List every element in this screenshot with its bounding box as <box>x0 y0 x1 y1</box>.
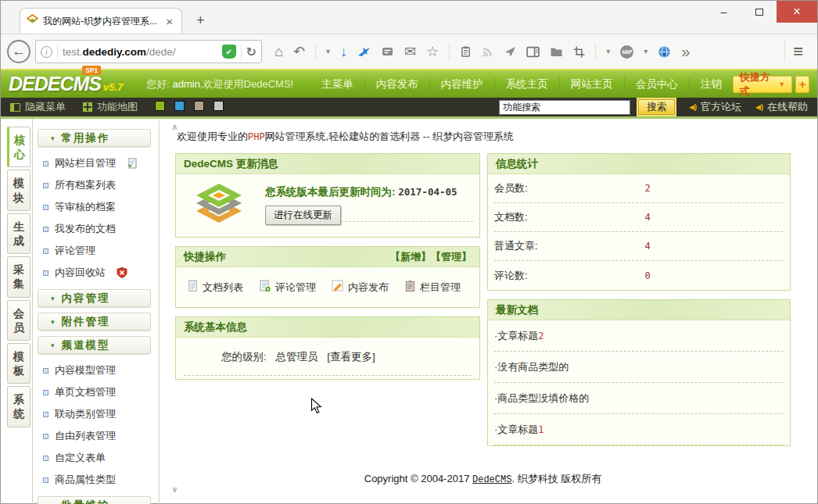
sidebar-item-product-attribute-type[interactable]: 商品属性类型 <box>38 469 151 491</box>
sidebar-item-single-page-manage[interactable]: 单页文档管理 <box>38 381 151 403</box>
undo-dropdown-icon[interactable]: ▾ <box>326 48 330 55</box>
quick-add-manage-links[interactable]: 【新增】【管理】 <box>390 250 472 264</box>
official-forum-link[interactable]: ◀)官方论坛 <box>689 100 741 114</box>
sidebar-item-custom-form[interactable]: 自定义表单 <box>38 447 151 469</box>
doc-link[interactable]: ·文章标题2 <box>494 320 784 352</box>
bird-extension-icon[interactable] <box>357 46 371 58</box>
undo-button[interactable]: ↶ <box>293 45 305 59</box>
dedecms-link[interactable]: DedeCMS <box>472 474 511 485</box>
sidebar-panel-icon[interactable] <box>526 46 540 58</box>
hide-menu-button[interactable]: 隐藏菜单 <box>10 100 66 114</box>
mail-button[interactable]: ✉ <box>404 45 416 59</box>
section-batch-maintain[interactable]: ▾批量维护 <box>38 496 151 504</box>
send-plane-icon[interactable] <box>504 45 516 58</box>
sidebar-item-content-model-manage[interactable]: 内容模型管理 <box>38 359 151 381</box>
search-button[interactable]: 搜索 <box>638 99 675 115</box>
maximize-button[interactable] <box>741 1 777 23</box>
doc-link[interactable]: ·没有商品类型的 <box>494 352 784 383</box>
nav-system-home[interactable]: 系统主页 <box>495 77 560 91</box>
back-button[interactable]: ← <box>7 40 30 63</box>
minimize-button[interactable]: – <box>706 1 741 23</box>
sidebar-item-all-archives[interactable]: 所有档案列表 <box>38 174 151 196</box>
sidebar-item-site-column-manage[interactable]: 网站栏目管理 <box>38 152 151 174</box>
clipboard-list-icon[interactable] <box>460 45 472 58</box>
section-common-operations[interactable]: ▾常用操作 <box>38 129 151 147</box>
folder-icon[interactable] <box>550 46 563 57</box>
sidebar-item-free-list-manage[interactable]: 自由列表管理 <box>38 425 151 447</box>
nav-member-center[interactable]: 会员中心 <box>625 77 690 91</box>
nav-logout[interactable]: 注销 <box>690 77 733 91</box>
doc-link[interactable]: ·商品类型没填价格的 <box>494 383 784 414</box>
tab-templates[interactable]: 模板 <box>7 343 30 384</box>
function-map-button[interactable]: 功能地图 <box>83 100 138 114</box>
download-button[interactable]: ↓ <box>340 45 347 59</box>
sidebar-item-recycle-bin[interactable]: 内容回收站 <box>38 262 151 284</box>
quick-content-publish[interactable]: 内容发布 <box>332 280 389 295</box>
shortcut-button[interactable]: 快捷方式▼ <box>733 76 793 93</box>
extension-box-icon[interactable] <box>381 45 394 58</box>
stat-value: 0 <box>644 270 650 281</box>
quick-document-list[interactable]: 文档列表 <box>187 280 243 295</box>
crop-dropdown-icon[interactable]: ▾ <box>606 48 610 55</box>
function-search-input[interactable] <box>499 100 630 115</box>
adblock-shield-icon[interactable]: ✔ <box>222 45 236 59</box>
update-message: 您系统版本最后更新时间为: 2017-04-05 <box>265 185 473 199</box>
cms-subbar: 隐藏菜单 功能地图 搜索 ◀)官方论坛 ◀)在线帮助 <box>1 98 817 119</box>
reload-button[interactable]: ↻ <box>246 45 257 59</box>
section-channel-models[interactable]: ▾频道模型 <box>38 336 151 354</box>
sidebar-item-my-documents[interactable]: 我发布的文档 <box>38 218 151 240</box>
section-content-manage[interactable]: ▾内容管理 <box>38 289 151 307</box>
section-attachment-manage[interactable]: ▾附件管理 <box>38 313 151 331</box>
online-update-button[interactable]: 进行在线更新 <box>265 206 341 225</box>
new-tab-button[interactable]: + <box>190 13 211 29</box>
panel-title: 快捷操作 <box>184 250 226 264</box>
overflow-more-icon[interactable]: » <box>681 44 690 59</box>
divider <box>315 43 316 60</box>
online-help-link[interactable]: ◀)在线帮助 <box>755 100 808 114</box>
tab-generate[interactable]: 生成 <box>7 213 30 254</box>
adblock-plus-icon[interactable]: ABP <box>620 45 633 59</box>
sidebar-item-linkage-category-manage[interactable]: 联动类别管理 <box>38 403 151 425</box>
pencil-icon <box>332 280 344 295</box>
collapse-arrow-icon: ▾ <box>51 318 55 326</box>
home-button[interactable]: ⌂ <box>274 45 283 59</box>
screenshot-crop-icon[interactable] <box>573 46 585 58</box>
sidebar-item-comment-manage[interactable]: 评论管理 <box>38 240 151 262</box>
theme-swatch-gray[interactable] <box>213 100 227 114</box>
site-info-icon[interactable]: i <box>41 46 52 58</box>
tab-modules[interactable]: 模块 <box>7 170 30 210</box>
nav-content-maintain[interactable]: 内容维护 <box>430 77 495 91</box>
tab-members[interactable]: 会员 <box>7 300 30 341</box>
url-text[interactable]: test.dedediy.com/dede/ <box>63 46 217 58</box>
doc-link[interactable]: ·文章标题1 <box>494 414 784 445</box>
scroll-down-icon[interactable]: ∨ <box>171 484 178 495</box>
quick-column-manage[interactable]: 栏目管理 <box>404 280 461 295</box>
hamburger-menu-button[interactable]: ≡ <box>784 41 811 62</box>
view-more-link[interactable]: [查看更多] <box>327 351 375 363</box>
bookmark-star-iconon[interactable]: ☆ <box>426 45 439 59</box>
statistics-list: 会员数:2 文档数:4 普通文章:4 评论数:0 <box>488 174 790 290</box>
globe-proxy-icon[interactable] <box>658 45 671 59</box>
nav-main-menu[interactable]: 主菜单 <box>310 77 365 91</box>
tab-collect[interactable]: 采集 <box>7 256 30 297</box>
titlebar: 我的网站-织梦内容管理系... × + – × <box>1 1 817 34</box>
main-content: 欢迎使用专业的PHP网站管理系统,轻松建站的首选利器 -- 织梦内容管理系统 D… <box>167 119 817 502</box>
nav-site-home[interactable]: 网站主页 <box>560 77 625 91</box>
address-bar[interactable]: i test.dedediy.com/dede/ ✔ ↻ <box>35 40 262 63</box>
tab-system[interactable]: 系统 <box>7 386 30 427</box>
tab-core[interactable]: 核心 <box>7 127 30 167</box>
theme-swatch-blue[interactable] <box>174 100 188 114</box>
theme-swatch-green[interactable] <box>155 100 168 114</box>
tab-close-icon[interactable]: × <box>163 15 175 28</box>
abp-dropdown-icon[interactable]: ▾ <box>644 48 648 55</box>
close-button[interactable]: × <box>777 1 817 23</box>
quick-comment-manage[interactable]: 评论管理 <box>259 280 316 295</box>
theme-swatch-tan[interactable] <box>194 100 207 114</box>
browser-tab[interactable]: 我的网站-织梦内容管理系... × <box>20 8 182 34</box>
bullet-icon <box>43 412 48 417</box>
scroll-up-icon[interactable]: ∧ <box>171 122 178 132</box>
update-panel: DedeCMS 更新消息 <box>175 153 480 238</box>
sidebar-item-pending-archives[interactable]: 等审核的档案 <box>38 196 151 218</box>
nav-content-publish[interactable]: 内容发布 <box>365 77 430 91</box>
add-shortcut-button[interactable]: + <box>795 76 809 93</box>
